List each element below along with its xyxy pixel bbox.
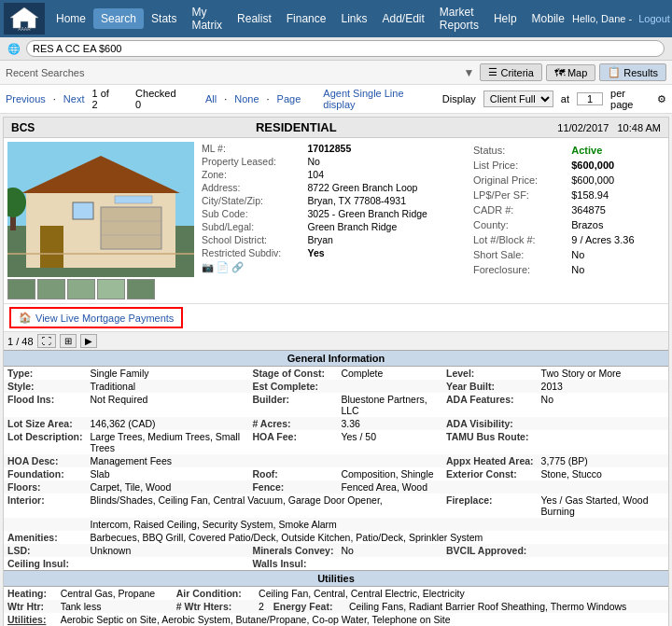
- previous-link[interactable]: Previous: [6, 93, 46, 104]
- est-complete-value: [337, 380, 442, 393]
- cadr-label: CADR #:: [470, 203, 567, 216]
- criteria-button[interactable]: ☰ Criteria: [480, 63, 541, 81]
- play-button[interactable]: ▶: [80, 334, 97, 348]
- leased-label: Property Leased:: [200, 155, 306, 168]
- subdlegal-row: Subd/Legal: Green Branch Ridge: [200, 220, 463, 233]
- criteria-label: Criteria: [500, 67, 533, 78]
- nav-home[interactable]: Home: [49, 8, 93, 29]
- search-input[interactable]: [26, 40, 665, 57]
- fullscreen-button[interactable]: ⛶: [37, 334, 56, 348]
- general-info-header: General Information: [4, 350, 668, 367]
- level-value: Two Story or More: [538, 367, 668, 380]
- thumb-1[interactable]: [7, 279, 35, 299]
- heating-value: Central Gas, Propane: [57, 587, 173, 600]
- cadr-value: 364875: [568, 203, 663, 216]
- display-label: Display: [442, 93, 476, 104]
- zone-row: Zone: 104: [200, 168, 463, 181]
- hoa-desc-label: HOA Desc:: [4, 454, 87, 467]
- lot-block-value: 9 / Acres 3.36: [568, 233, 663, 246]
- next-link[interactable]: Next: [63, 93, 85, 104]
- nav-market-reports[interactable]: Market Reports: [432, 2, 486, 35]
- fence-label: Fence:: [248, 480, 337, 494]
- wtr-htr-row: Wtr Htr: Tank less # Wtr Hters: 2 Energy…: [4, 600, 668, 613]
- nav-help[interactable]: Help: [486, 8, 525, 29]
- year-built-label: Year Built:: [442, 380, 538, 393]
- nav-user-info: Hello, Dane - Logout: [572, 13, 670, 24]
- page-number-input[interactable]: [577, 92, 603, 105]
- nav-my-matrix[interactable]: My Matrix: [184, 2, 230, 35]
- ada-label: ADA Features:: [442, 393, 538, 417]
- fireplace-label: Fireplace:: [442, 494, 538, 518]
- type-style-row: Type: Single Family Stage of Const: Comp…: [4, 367, 668, 380]
- settings-icon: ⚙: [657, 93, 666, 105]
- none-link[interactable]: None: [234, 93, 259, 104]
- lot-desc-label: Lot Description:: [4, 430, 87, 454]
- dropdown-arrow-icon: ▼: [464, 66, 475, 79]
- results-button[interactable]: 📋 Results: [599, 63, 666, 81]
- leased-row: Property Leased: No: [200, 155, 463, 168]
- property-body: ML #: 17012855 Property Leased: No Zone:…: [4, 138, 668, 303]
- nav-search[interactable]: Search: [93, 8, 144, 29]
- top-navigation: AAAR Home Search Stats My Matrix Realist…: [0, 0, 672, 37]
- heating-label: Heating:: [4, 587, 57, 600]
- svg-rect-12: [73, 202, 93, 219]
- energy-label: Energy Feat:: [270, 600, 345, 613]
- list-price-row: List Price: $600,000: [470, 159, 663, 172]
- nav-finance[interactable]: Finance: [279, 8, 334, 29]
- thumb-4[interactable]: [97, 279, 125, 299]
- subcode-row: Sub Code: 3025 - Green Branch Ridge: [200, 207, 463, 220]
- page-link[interactable]: Page: [277, 93, 301, 104]
- floors-value: Carpet, Tile, Wood: [87, 480, 249, 494]
- hoa-desc-value: Management Fees: [87, 454, 249, 467]
- foundation-value: Slab: [87, 467, 249, 480]
- map-button[interactable]: 🗺 Map: [546, 64, 595, 81]
- status-value: Active: [568, 144, 663, 157]
- floors-row: Floors: Carpet, Tile, Wood Fence: Fenced…: [4, 480, 668, 494]
- checked-count: Checked 0: [135, 88, 183, 110]
- nav-add-edit[interactable]: Add/Edit: [374, 8, 431, 29]
- nav-links[interactable]: Links: [333, 8, 374, 29]
- floors-label: Floors:: [4, 480, 87, 494]
- thumb-5[interactable]: [127, 279, 155, 299]
- city-row: City/State/Zip: Bryan, TX 77808-4931: [200, 194, 463, 207]
- nav-stats[interactable]: Stats: [144, 8, 184, 29]
- grid-view-button[interactable]: ⊞: [60, 334, 77, 348]
- level-label: Level:: [442, 367, 538, 380]
- toolbar: Recent Searches ▼ ☰ Criteria 🗺 Map 📋 Res…: [0, 61, 672, 85]
- logout-link[interactable]: Logout: [638, 13, 670, 24]
- mortgage-button[interactable]: 🏠 View Live Mortgage Payments: [9, 307, 183, 328]
- navigation-bar-2: Previous · Next 1 of 2 Checked 0 All · N…: [0, 85, 672, 114]
- county-value: Brazos: [568, 218, 663, 231]
- style-value: Traditional: [87, 380, 249, 393]
- appx-heated-label: Appx Heated Area:: [442, 454, 538, 467]
- lp-sf-label: LP$/Per SF:: [470, 188, 567, 202]
- amenities-label: Amenities:: [4, 531, 87, 544]
- zone-label: Zone:: [200, 168, 306, 181]
- nav-mobile[interactable]: Mobile: [525, 8, 572, 29]
- prop-icon-2: 📄: [217, 261, 229, 272]
- display-select[interactable]: Client Full: [483, 90, 553, 107]
- lot-block-label: Lot #/Block #:: [470, 233, 567, 246]
- tamu-label: TAMU Bus Route:: [442, 430, 538, 454]
- ada-vis-value: [538, 417, 668, 430]
- mortgage-label: View Live Mortgage Payments: [35, 313, 174, 324]
- acres-label: # Acres:: [248, 417, 337, 430]
- property-date: 11/02/2017 10:48 AM: [557, 122, 661, 133]
- globe-icon: 🌐: [7, 43, 21, 55]
- mortgage-row: 🏠 View Live Mortgage Payments: [4, 303, 668, 331]
- nav-realist[interactable]: Realist: [230, 8, 279, 29]
- thumb-3[interactable]: [67, 279, 95, 299]
- general-info-table: Type: Single Family Stage of Const: Comp…: [4, 367, 668, 570]
- status-section: Status: Active List Price: $600,000 Orig…: [469, 142, 665, 299]
- foreclosure-row: Foreclosure: No: [470, 263, 663, 276]
- wtr-hters-label: # Wtr Hters:: [173, 600, 255, 613]
- school-row: School District: Bryan: [200, 233, 463, 246]
- builder-value: Bluestone Partners, LLC: [337, 393, 442, 417]
- nav-items: Home Search Stats My Matrix Realist Fina…: [49, 2, 572, 35]
- thumb-2[interactable]: [37, 279, 65, 299]
- all-link[interactable]: All: [205, 93, 217, 104]
- property-type: RESIDENTIAL: [256, 120, 337, 134]
- property-photo: [7, 142, 194, 277]
- agent-single-link[interactable]: Agent Single Line display: [323, 88, 434, 110]
- hoa-fee-label: HOA Fee:: [248, 430, 337, 454]
